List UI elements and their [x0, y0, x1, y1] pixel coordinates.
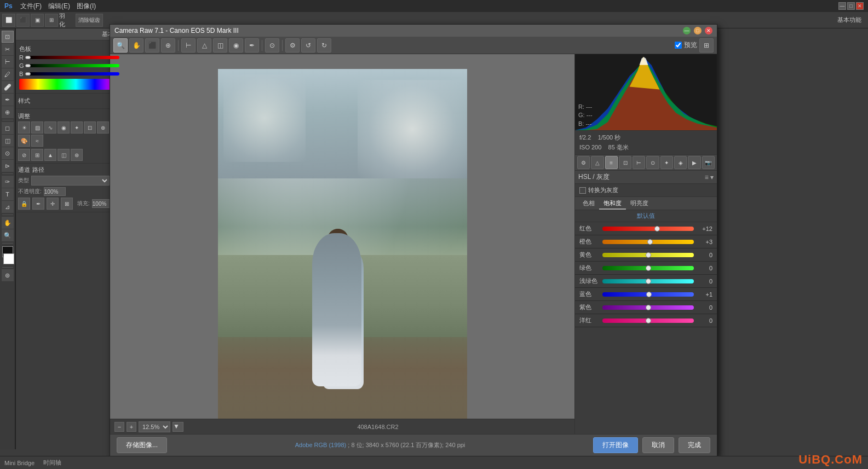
- ps-menu-edit[interactable]: 编辑(E): [45, 2, 73, 11]
- cr-slider-thumb-1[interactable]: [647, 239, 653, 245]
- ps-adj-colorbalance[interactable]: ⊕: [97, 121, 109, 134]
- tool-zoom[interactable]: 🔍: [2, 229, 14, 241]
- tool-marquee[interactable]: ⊡: [2, 31, 14, 43]
- cr-save-btn[interactable]: 存储图像...: [117, 437, 167, 453]
- cr-color-sampler[interactable]: ⊕: [161, 38, 175, 53]
- cr-slider-thumb-5[interactable]: [646, 292, 652, 297]
- tool-text[interactable]: T: [2, 188, 14, 200]
- cr-brush-tool[interactable]: ✒: [245, 38, 259, 53]
- ps-adj-invert[interactable]: ⊘: [18, 149, 30, 161]
- cr-zoom-tool[interactable]: 🔍: [113, 38, 128, 53]
- cr-slider-thumb-2[interactable]: [646, 252, 651, 258]
- cr-slider-track-3[interactable]: [602, 266, 694, 270]
- background-color[interactable]: [3, 253, 14, 264]
- cr-minimize[interactable]: —: [683, 27, 691, 34]
- cr-preferences[interactable]: ⚙: [285, 38, 300, 53]
- ps-b-slider[interactable]: [28, 72, 119, 76]
- tool-quickmask[interactable]: ⊚: [2, 269, 14, 281]
- ps-minimize-btn[interactable]: —: [838, 2, 846, 10]
- ps-timeline-label[interactable]: 时间轴: [43, 459, 61, 467]
- ps-r-slider[interactable]: [28, 56, 119, 59]
- ps-channels-tab[interactable]: 通道: [18, 166, 30, 174]
- ps-adj-bright[interactable]: ☀: [18, 121, 30, 134]
- tool-crop[interactable]: ⊢: [2, 56, 14, 68]
- tool-pen[interactable]: ✑: [2, 176, 14, 188]
- cr-wb-tool[interactable]: ⬛: [145, 38, 159, 53]
- ps-g-slider[interactable]: [28, 64, 119, 67]
- ps-window-controls[interactable]: — □ ✕: [838, 2, 864, 10]
- cr-slider-thumb-6[interactable]: [646, 305, 651, 310]
- tool-dodge[interactable]: ⊳: [2, 160, 14, 172]
- ps-adj-photofil[interactable]: 🎨: [18, 135, 30, 147]
- cr-hand-tool[interactable]: ✋: [129, 38, 143, 53]
- cr-slider-track-0[interactable]: [602, 227, 694, 231]
- ps-close-btn[interactable]: ✕: [856, 2, 864, 10]
- tool-eyedropper[interactable]: 🖊: [2, 68, 14, 80]
- cr-slider-track-4[interactable]: [602, 279, 694, 283]
- cr-done-btn[interactable]: 完成: [679, 437, 710, 453]
- tool-stamp[interactable]: ⊕: [2, 106, 14, 118]
- cr-default-link[interactable]: 默认值: [637, 212, 655, 219]
- cr-transform-tool[interactable]: ◫: [213, 38, 227, 53]
- cr-slider-thumb-3[interactable]: [646, 265, 651, 271]
- cr-adobe-rgb-link[interactable]: Adobe RGB (1998): [295, 442, 347, 448]
- cr-hsl-expand-btn[interactable]: ≡ ▾: [705, 173, 714, 181]
- ps-maximize-btn[interactable]: □: [847, 2, 855, 10]
- cr-straighten-tool[interactable]: △: [197, 38, 211, 53]
- cr-preview-checkbox[interactable]: [675, 42, 682, 49]
- cr-icon-camera-calib[interactable]: ◈: [674, 156, 687, 169]
- ps-adj-posterize[interactable]: ⊞: [31, 149, 43, 161]
- cr-win-controls[interactable]: — □ ✕: [681, 27, 712, 34]
- ps-lock-transparent[interactable]: 🔒: [18, 198, 30, 210]
- cr-icon-presets[interactable]: ▶: [688, 156, 700, 169]
- toolbar-btn-2[interactable]: ⬛: [16, 14, 30, 27]
- ps-paths-tab[interactable]: 路径: [32, 166, 44, 174]
- cr-slider-thumb-4[interactable]: [646, 279, 651, 284]
- cr-clone-tool[interactable]: ⊙: [265, 38, 279, 53]
- tool-brush[interactable]: ✒: [2, 94, 14, 106]
- cr-icon-basic[interactable]: ⚙: [577, 156, 590, 169]
- tool-gradient[interactable]: ◫: [2, 135, 14, 147]
- cr-icon-splitton[interactable]: ⊢: [633, 156, 645, 169]
- cr-slider-thumb-7[interactable]: [646, 318, 651, 323]
- cr-slider-track-6[interactable]: [602, 305, 694, 310]
- cr-crop-tool[interactable]: ⊢: [181, 38, 196, 53]
- cr-tab-luminance[interactable]: 明亮度: [626, 198, 653, 210]
- ps-lock-all[interactable]: ⊠: [61, 198, 73, 210]
- cr-redeye-tool[interactable]: ◉: [229, 38, 243, 53]
- ps-adj-vibrance[interactable]: ✦: [71, 121, 83, 134]
- cr-convert-checkbox[interactable]: [579, 187, 586, 194]
- cr-zoom-out[interactable]: −: [114, 422, 124, 432]
- cr-tab-hue[interactable]: 色相: [578, 198, 599, 210]
- cr-icon-detail[interactable]: ≡: [605, 156, 618, 169]
- ps-adj-levels[interactable]: ▨: [31, 121, 43, 134]
- cr-slider-track-2[interactable]: [602, 253, 694, 257]
- ps-adj-hsl[interactable]: ⊡: [84, 121, 96, 134]
- cr-zoom-in[interactable]: +: [127, 422, 136, 432]
- cr-rotate-ccw[interactable]: ↺: [301, 38, 315, 53]
- tool-eraser[interactable]: ◻: [2, 122, 14, 134]
- toolbar-btn-4[interactable]: ⊞: [45, 14, 58, 27]
- toolbar-btn-3[interactable]: ▣: [31, 14, 44, 27]
- cr-fullscreen-btn[interactable]: ⊞: [699, 38, 714, 53]
- cr-zoom-select[interactable]: 12.5%: [139, 421, 170, 432]
- ps-adj-gradmap[interactable]: ◫: [58, 149, 70, 161]
- ps-adj-curves[interactable]: ∿: [44, 121, 56, 134]
- cr-rotate-cw[interactable]: ↻: [317, 38, 331, 53]
- cr-icon-effects[interactable]: ✦: [660, 156, 673, 169]
- cr-cancel-btn[interactable]: 取消: [642, 437, 674, 453]
- cr-icon-hsl[interactable]: ⊡: [619, 156, 631, 169]
- toolbar-antialiasing[interactable]: 消除锯齿: [76, 14, 103, 27]
- cr-icon-tonecurve[interactable]: △: [591, 156, 603, 169]
- cr-close[interactable]: ✕: [705, 27, 712, 34]
- ps-menu-file[interactable]: 文件(F): [17, 2, 45, 11]
- cr-slider-track-1[interactable]: [602, 240, 694, 244]
- ps-layer-type-select[interactable]: [31, 176, 110, 186]
- cr-icon-lenscorr[interactable]: ⊙: [646, 156, 659, 169]
- toolbar-btn-1[interactable]: ⬜: [2, 14, 15, 27]
- ps-opacity-input[interactable]: [44, 187, 66, 196]
- ps-adj-selective[interactable]: ⊛: [71, 149, 83, 161]
- ps-adj-threshold[interactable]: ▲: [44, 149, 56, 161]
- cr-zoom-dropdown[interactable]: ▼: [173, 422, 183, 432]
- ps-adj-channelmix[interactable]: ≈: [31, 135, 43, 147]
